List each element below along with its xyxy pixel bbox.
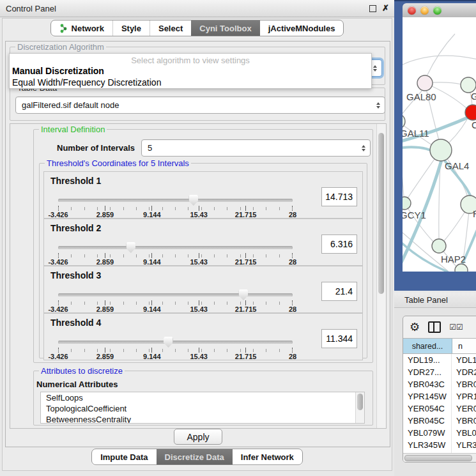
option-equal-width-frequency[interactable]: Equal Width/Frequency Discretization [10,77,371,88]
threshold-4-label: Threshold 4 [50,318,101,328]
node-label-gal11: GAL11 [403,128,429,139]
apply-button[interactable]: Apply [174,429,222,445]
threshold-2-slider-track[interactable] [58,246,293,249]
list-item[interactable]: TopologicalCoefficient [41,403,364,414]
node-label-gcy1: GCY1 [403,210,426,220]
threshold-2-slider-thumb[interactable] [126,242,135,253]
threshold-1-slider-track[interactable] [58,199,293,202]
combo-arrows-icon [376,102,380,109]
node-hap2[interactable] [432,239,446,253]
threshold-coordinates-group: Threshold's Coordinates for 5 Intervals … [39,163,367,358]
control-panel-titlebar: Control Panel [0,0,394,17]
algorithm-dropdown-popup: Select algorithm to view settings Manual… [9,53,372,89]
split-columns-icon[interactable] [428,321,441,333]
threshold-1-panel: Threshold 1 -3.4262.8599.14415.4321.7152… [43,171,363,219]
minimize-window-icon[interactable] [420,6,429,15]
slider-minor-ticks [58,302,293,305]
column-header-name[interactable]: n [452,339,476,353]
column-header-shared-name[interactable]: shared... [403,339,452,353]
gear-icon[interactable]: ⚙ [410,321,420,333]
number-of-intervals-combobox[interactable]: 5 [141,139,371,157]
settings-scrollbar[interactable] [376,124,386,428]
table-row[interactable]: YDR27...YDR2 [403,366,476,378]
tab-style[interactable]: Style [112,20,150,36]
table-horizontal-scrollbar-thumb[interactable] [404,455,472,461]
discretization-algorithm-title: Discretization Algorithm [15,42,106,52]
tab-impute-data[interactable]: Impute Data [92,449,156,464]
table-horizontal-scrollbar[interactable] [403,453,476,462]
tab-network[interactable]: Network [51,20,112,36]
numerical-attributes-list: SelfLoops TopologicalCoefficient Between… [40,392,365,424]
node-gcy1[interactable] [403,197,411,210]
threshold-3-panel: Threshold 3 -3.4262.8599.14415.4321.7152… [43,266,363,313]
table-row[interactable]: YBR045CYBR0 [403,415,476,427]
node-label-ga: GA [471,91,476,102]
table-row[interactable]: YER054CYER0 [403,403,476,415]
tab-cyni-toolbox[interactable]: Cyni Toolbox [191,20,259,36]
node-table: shared... n YDL19...YDL1 YDR27...YDR2 YB… [403,338,476,455]
tab-infer-network[interactable]: Infer Network [233,449,302,464]
attributes-group: Attributes to discretize Numerical Attri… [33,371,373,426]
node-label-gal4: GAL4 [445,160,469,171]
control-panel: Control Panel ✗ Network Style Select Cyn… [0,0,394,476]
slider-minor-ticks [58,207,293,210]
threshold-4-slider-track[interactable] [58,341,293,344]
list-item[interactable]: BetweennessCentrality [41,414,364,424]
attributes-group-title: Attributes to discretize [39,366,125,376]
network-graph: GAL80 GA C GAL11 GAL4 GCY1 H HAP2 [403,17,476,272]
list-scrollbar[interactable] [355,392,364,423]
threshold-4-slider-thumb[interactable] [164,337,173,348]
slider-minor-ticks [58,349,293,352]
tab-jactivemnodules[interactable]: jActiveMNodules [260,20,344,36]
table-row[interactable]: YBR043CYBR0 [403,378,476,390]
settings-scrollbar-thumb[interactable] [378,133,384,294]
threshold-2-panel: Threshold 2 -3.4262.8599.14415.4321.7152… [43,219,363,266]
table-toolbar: ⚙ ☑☑ [403,316,476,338]
threshold-3-value-field[interactable] [321,282,357,301]
node-red-selected[interactable] [465,105,476,120]
node-label-gal80: GAL80 [406,91,436,102]
threshold-4-value-field[interactable] [321,329,357,348]
table-row[interactable]: YLR345WYLR3 [403,439,476,451]
table-panel-title: Table Panel [404,295,448,305]
close-window-icon[interactable] [408,6,416,15]
threshold-1-value-field[interactable] [321,187,357,206]
list-scrollbar-thumb[interactable] [357,394,363,410]
zoom-window-icon[interactable] [433,6,441,15]
node-label-h: H [473,208,476,219]
node-label-hap2: HAP2 [441,254,466,265]
threshold-coordinates-title: Threshold's Coordinates for 5 Intervals [45,158,191,168]
threshold-3-slider-thumb[interactable] [238,289,248,300]
select-columns-icon[interactable]: ☑☑ [449,323,463,332]
threshold-2-value-field[interactable] [321,234,357,254]
option-manual-discretization[interactable]: Manual Discretization [10,65,371,77]
slider-tick-labels: -3.4262.8599.14415.4321.71528 [58,353,293,360]
node-bottom[interactable] [455,264,468,272]
node-gal4[interactable] [430,139,452,161]
number-of-intervals-value: 5 [148,143,152,153]
node-gal80[interactable] [417,75,433,91]
combo-arrows-icon [362,145,365,151]
network-view-canvas[interactable]: GAL80 GA C GAL11 GAL4 GCY1 H HAP2 [403,17,476,272]
combo-arrows-icon [373,65,377,72]
top-tab-bar: Network Style Select Cyni Toolbox jActiv… [0,20,394,36]
interval-definition-group: Interval Definition Number of Intervals … [33,129,373,363]
table-row[interactable]: YDL19...YDL1 [403,354,476,366]
table-data-combobox[interactable]: galFiltered.sif default node [15,96,385,114]
slider-minor-ticks [58,254,293,257]
tab-select[interactable]: Select [150,20,191,36]
algorithm-hint-option[interactable]: Select algorithm to view settings [10,54,371,65]
threshold-3-slider-track[interactable] [58,293,293,296]
list-item[interactable]: SelfLoops [41,392,364,403]
table-row[interactable]: YBL079WYBL0 [403,427,476,439]
close-panel-icon[interactable]: ✗ [382,3,389,13]
network-window-titlebar[interactable] [403,3,476,18]
table-panel-body: ⚙ ☑☑ shared... n YDL19...YDL1 YDR27...YD… [394,308,476,476]
slider-tick-labels: -3.4262.8599.14415.4321.71528 [58,258,293,265]
slider-tick-labels: -3.4262.8599.14415.4321.71528 [58,305,293,312]
threshold-1-slider-thumb[interactable] [188,195,198,206]
tab-discretize-data[interactable]: Discretize Data [157,449,233,464]
float-window-icon[interactable] [369,5,376,12]
table-row[interactable]: YPR145WYPR1 [403,390,476,403]
table-panel-header: Table Panel [394,293,476,308]
